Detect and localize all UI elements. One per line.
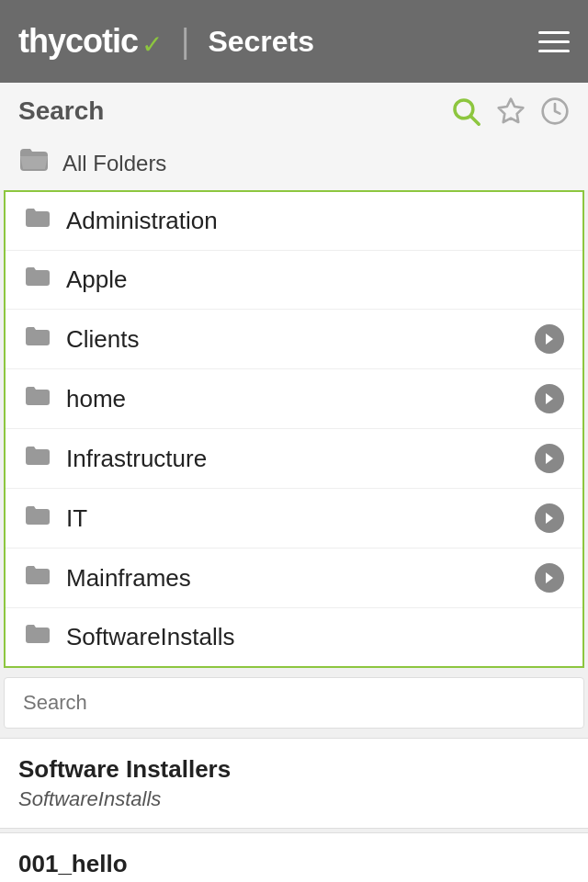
folder-icon bbox=[24, 266, 51, 294]
hamburger-menu-button[interactable] bbox=[538, 31, 570, 52]
svg-marker-5 bbox=[546, 393, 553, 404]
svg-marker-2 bbox=[499, 99, 524, 122]
folder-list: Administration Apple Clients home bbox=[4, 190, 584, 668]
page-title: Secrets bbox=[208, 25, 538, 59]
search-input-container bbox=[0, 668, 588, 738]
logo-text: thycotic bbox=[18, 22, 138, 61]
folder-item-softwareinstalls[interactable]: SoftwareInstalls bbox=[6, 608, 582, 666]
folder-icon bbox=[24, 623, 51, 651]
result-path: SoftwareInstalls bbox=[18, 787, 570, 811]
result-title: Software Installers bbox=[18, 755, 570, 784]
history-icon[interactable] bbox=[540, 96, 570, 126]
folder-name: Infrastructure bbox=[66, 445, 520, 473]
logo-check: ✓ bbox=[141, 29, 163, 60]
folder-name: Mainframes bbox=[66, 564, 520, 593]
folder-icon bbox=[24, 325, 51, 354]
app-header: thycotic✓ | Secrets bbox=[0, 0, 588, 83]
folder-item-it[interactable]: IT bbox=[6, 489, 582, 548]
search-input[interactable] bbox=[4, 677, 584, 729]
expand-chevron[interactable] bbox=[535, 444, 564, 473]
folder-item-infrastructure[interactable]: Infrastructure bbox=[6, 429, 582, 489]
result-card-software-installers[interactable]: Software Installers SoftwareInstalls bbox=[0, 738, 588, 829]
hamburger-line-3 bbox=[538, 50, 570, 52]
svg-marker-4 bbox=[546, 334, 553, 345]
svg-marker-6 bbox=[546, 453, 553, 464]
expand-chevron[interactable] bbox=[535, 324, 564, 354]
svg-marker-7 bbox=[546, 513, 553, 524]
folder-name: SoftwareInstalls bbox=[66, 623, 564, 651]
folder-icon bbox=[24, 564, 51, 593]
search-label: Search bbox=[18, 96, 104, 126]
search-icon[interactable] bbox=[450, 96, 481, 127]
folder-item-home[interactable]: home bbox=[6, 369, 582, 429]
svg-marker-8 bbox=[546, 572, 553, 583]
folder-icon bbox=[24, 385, 51, 413]
expand-chevron[interactable] bbox=[535, 503, 564, 533]
folder-item-administration[interactable]: Administration bbox=[6, 192, 582, 251]
folder-item-apple[interactable]: Apple bbox=[6, 251, 582, 310]
folder-icon bbox=[24, 207, 51, 235]
folder-name: Apple bbox=[66, 266, 564, 294]
expand-chevron[interactable] bbox=[535, 384, 564, 413]
result-card-partial[interactable]: 001_hello bbox=[0, 832, 588, 882]
folder-item-clients[interactable]: Clients bbox=[6, 310, 582, 369]
folder-item-mainframes[interactable]: Mainframes bbox=[6, 548, 582, 608]
folder-name: home bbox=[66, 385, 520, 413]
header-divider: | bbox=[181, 22, 189, 61]
svg-line-1 bbox=[471, 117, 480, 125]
search-bar-row: Search bbox=[0, 83, 588, 140]
all-folders-label: All Folders bbox=[62, 151, 166, 176]
search-action-icons bbox=[450, 96, 570, 127]
hamburger-line-1 bbox=[538, 31, 570, 34]
all-folders-row[interactable]: All Folders bbox=[0, 140, 588, 190]
logo: thycotic✓ bbox=[18, 22, 163, 61]
folder-icon bbox=[24, 445, 51, 473]
folder-name: Clients bbox=[66, 325, 520, 354]
partial-result-text: 001_hello bbox=[18, 850, 570, 878]
folder-icon bbox=[24, 504, 51, 533]
open-folder-icon bbox=[18, 147, 50, 179]
folder-name: Administration bbox=[66, 207, 564, 235]
favorites-icon[interactable] bbox=[496, 96, 526, 126]
expand-chevron[interactable] bbox=[535, 563, 564, 593]
hamburger-line-2 bbox=[538, 40, 570, 43]
folder-name: IT bbox=[66, 504, 520, 533]
